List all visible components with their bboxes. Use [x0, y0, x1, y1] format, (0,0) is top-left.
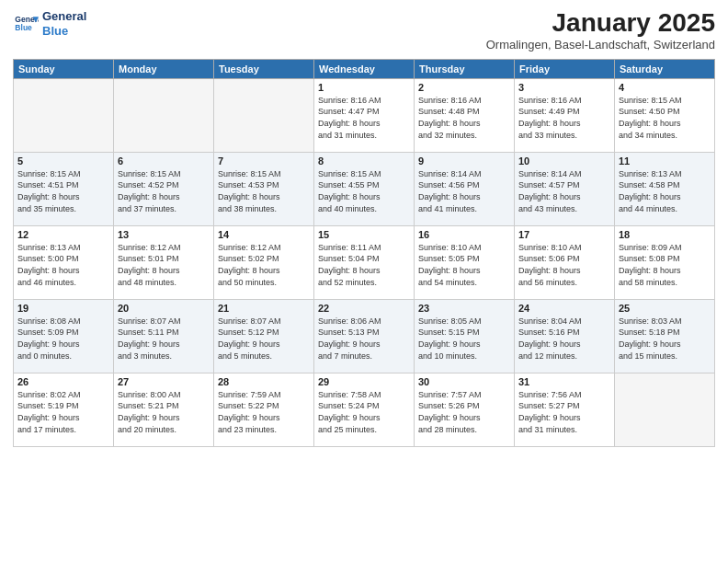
col-header-thursday: Thursday: [415, 59, 515, 78]
calendar-cell: 30Sunrise: 7:57 AM Sunset: 5:26 PM Dayli…: [415, 373, 515, 446]
day-number: 3: [518, 82, 610, 93]
calendar-cell: 6Sunrise: 8:15 AM Sunset: 4:52 PM Daylig…: [114, 152, 214, 225]
day-number: 24: [518, 303, 610, 314]
day-number: 27: [118, 376, 210, 387]
day-number: 5: [17, 155, 109, 167]
day-number: 22: [318, 303, 410, 314]
col-header-tuesday: Tuesday: [214, 59, 314, 78]
calendar-cell: 4Sunrise: 8:15 AM Sunset: 4:50 PM Daylig…: [615, 78, 715, 152]
day-number: 31: [518, 376, 610, 387]
calendar-cell: 31Sunrise: 7:56 AM Sunset: 5:27 PM Dayli…: [515, 373, 615, 446]
day-number: 7: [218, 155, 310, 167]
calendar-cell: 23Sunrise: 8:05 AM Sunset: 5:15 PM Dayli…: [415, 299, 515, 373]
day-info: Sunrise: 7:58 AM Sunset: 5:24 PM Dayligh…: [318, 389, 410, 435]
calendar-cell: 29Sunrise: 7:58 AM Sunset: 5:24 PM Dayli…: [314, 373, 415, 446]
col-header-monday: Monday: [114, 59, 214, 78]
day-info: Sunrise: 8:13 AM Sunset: 4:58 PM Dayligh…: [619, 168, 711, 214]
day-number: 15: [318, 229, 410, 240]
calendar-cell: 26Sunrise: 8:02 AM Sunset: 5:19 PM Dayli…: [14, 373, 114, 446]
day-info: Sunrise: 8:15 AM Sunset: 4:53 PM Dayligh…: [218, 168, 310, 214]
logo-text-blue: Blue: [42, 24, 86, 39]
day-info: Sunrise: 8:14 AM Sunset: 4:57 PM Dayligh…: [518, 168, 610, 214]
day-info: Sunrise: 7:56 AM Sunset: 5:27 PM Dayligh…: [518, 389, 610, 435]
day-number: 6: [118, 155, 210, 167]
calendar-cell: 17Sunrise: 8:10 AM Sunset: 5:06 PM Dayli…: [515, 225, 615, 299]
day-info: Sunrise: 8:05 AM Sunset: 5:15 PM Dayligh…: [418, 316, 510, 362]
day-number: 20: [118, 303, 210, 314]
day-info: Sunrise: 7:59 AM Sunset: 5:22 PM Dayligh…: [218, 389, 310, 435]
day-number: 13: [118, 229, 210, 240]
day-info: Sunrise: 8:13 AM Sunset: 5:00 PM Dayligh…: [17, 242, 109, 288]
day-number: 11: [619, 155, 711, 167]
day-info: Sunrise: 8:03 AM Sunset: 5:18 PM Dayligh…: [619, 316, 711, 362]
day-number: 12: [17, 229, 109, 240]
subtitle: Ormalingen, Basel-Landschaft, Switzerlan…: [486, 38, 715, 52]
day-number: 19: [17, 303, 109, 314]
day-number: 8: [318, 155, 410, 167]
calendar-cell: 5Sunrise: 8:15 AM Sunset: 4:51 PM Daylig…: [14, 152, 114, 225]
calendar-cell: 2Sunrise: 8:16 AM Sunset: 4:48 PM Daylig…: [415, 78, 515, 152]
day-info: Sunrise: 8:16 AM Sunset: 4:49 PM Dayligh…: [518, 95, 610, 141]
day-info: Sunrise: 8:08 AM Sunset: 5:09 PM Dayligh…: [17, 316, 109, 362]
day-number: 30: [418, 376, 510, 387]
logo: General Blue General Blue: [13, 9, 86, 38]
col-header-wednesday: Wednesday: [314, 59, 415, 78]
day-info: Sunrise: 8:15 AM Sunset: 4:50 PM Dayligh…: [619, 95, 711, 141]
calendar-cell: 24Sunrise: 8:04 AM Sunset: 5:16 PM Dayli…: [515, 299, 615, 373]
calendar-cell: 15Sunrise: 8:11 AM Sunset: 5:04 PM Dayli…: [314, 225, 415, 299]
calendar-cell: 8Sunrise: 8:15 AM Sunset: 4:55 PM Daylig…: [314, 152, 415, 225]
day-number: 29: [318, 376, 410, 387]
calendar-cell: 20Sunrise: 8:07 AM Sunset: 5:11 PM Dayli…: [114, 299, 214, 373]
calendar-cell: 12Sunrise: 8:13 AM Sunset: 5:00 PM Dayli…: [14, 225, 114, 299]
day-number: 16: [418, 229, 510, 240]
calendar-cell: 11Sunrise: 8:13 AM Sunset: 4:58 PM Dayli…: [615, 152, 715, 225]
day-number: 1: [318, 82, 410, 93]
header: General Blue General Blue January 2025 O…: [13, 9, 715, 52]
calendar-cell: 19Sunrise: 8:08 AM Sunset: 5:09 PM Dayli…: [14, 299, 114, 373]
day-number: 21: [218, 303, 310, 314]
day-info: Sunrise: 8:11 AM Sunset: 5:04 PM Dayligh…: [318, 242, 410, 288]
day-number: 10: [518, 155, 610, 167]
calendar-cell: 16Sunrise: 8:10 AM Sunset: 5:05 PM Dayli…: [415, 225, 515, 299]
day-info: Sunrise: 8:07 AM Sunset: 5:11 PM Dayligh…: [118, 316, 210, 362]
calendar-header-row: SundayMondayTuesdayWednesdayThursdayFrid…: [14, 59, 715, 78]
day-info: Sunrise: 8:10 AM Sunset: 5:05 PM Dayligh…: [418, 242, 510, 288]
calendar-cell: [214, 78, 314, 152]
col-header-saturday: Saturday: [615, 59, 715, 78]
calendar-cell: [615, 373, 715, 446]
calendar-cell: 14Sunrise: 8:12 AM Sunset: 5:02 PM Dayli…: [214, 225, 314, 299]
day-info: Sunrise: 8:16 AM Sunset: 4:47 PM Dayligh…: [318, 95, 410, 141]
calendar-cell: 28Sunrise: 7:59 AM Sunset: 5:22 PM Dayli…: [214, 373, 314, 446]
day-info: Sunrise: 8:12 AM Sunset: 5:02 PM Dayligh…: [218, 242, 310, 288]
day-number: 2: [418, 82, 510, 93]
day-number: 9: [418, 155, 510, 167]
calendar-cell: 13Sunrise: 8:12 AM Sunset: 5:01 PM Dayli…: [114, 225, 214, 299]
main-title: January 2025: [486, 9, 715, 38]
day-info: Sunrise: 8:10 AM Sunset: 5:06 PM Dayligh…: [518, 242, 610, 288]
day-info: Sunrise: 8:12 AM Sunset: 5:01 PM Dayligh…: [118, 242, 210, 288]
day-number: 4: [619, 82, 711, 93]
day-info: Sunrise: 8:15 AM Sunset: 4:51 PM Dayligh…: [17, 168, 109, 214]
logo-icon: General Blue: [13, 11, 39, 37]
day-number: 14: [218, 229, 310, 240]
calendar-cell: 21Sunrise: 8:07 AM Sunset: 5:12 PM Dayli…: [214, 299, 314, 373]
calendar-cell: 18Sunrise: 8:09 AM Sunset: 5:08 PM Dayli…: [615, 225, 715, 299]
day-info: Sunrise: 8:15 AM Sunset: 4:52 PM Dayligh…: [118, 168, 210, 214]
calendar-cell: 3Sunrise: 8:16 AM Sunset: 4:49 PM Daylig…: [515, 78, 615, 152]
day-info: Sunrise: 7:57 AM Sunset: 5:26 PM Dayligh…: [418, 389, 510, 435]
day-number: 17: [518, 229, 610, 240]
calendar-cell: 27Sunrise: 8:00 AM Sunset: 5:21 PM Dayli…: [114, 373, 214, 446]
calendar-table: SundayMondayTuesdayWednesdayThursdayFrid…: [13, 59, 715, 447]
day-number: 23: [418, 303, 510, 314]
calendar-week-3: 12Sunrise: 8:13 AM Sunset: 5:00 PM Dayli…: [14, 225, 715, 299]
title-area: January 2025 Ormalingen, Basel-Landschaf…: [486, 9, 715, 52]
calendar-cell: 9Sunrise: 8:14 AM Sunset: 4:56 PM Daylig…: [415, 152, 515, 225]
day-number: 18: [619, 229, 711, 240]
day-info: Sunrise: 8:14 AM Sunset: 4:56 PM Dayligh…: [418, 168, 510, 214]
day-info: Sunrise: 8:00 AM Sunset: 5:21 PM Dayligh…: [118, 389, 210, 435]
logo-text-general: General: [42, 9, 86, 24]
col-header-sunday: Sunday: [14, 59, 114, 78]
calendar-cell: 1Sunrise: 8:16 AM Sunset: 4:47 PM Daylig…: [314, 78, 415, 152]
calendar-week-5: 26Sunrise: 8:02 AM Sunset: 5:19 PM Dayli…: [14, 373, 715, 446]
page: General Blue General Blue January 2025 O…: [0, 0, 728, 563]
